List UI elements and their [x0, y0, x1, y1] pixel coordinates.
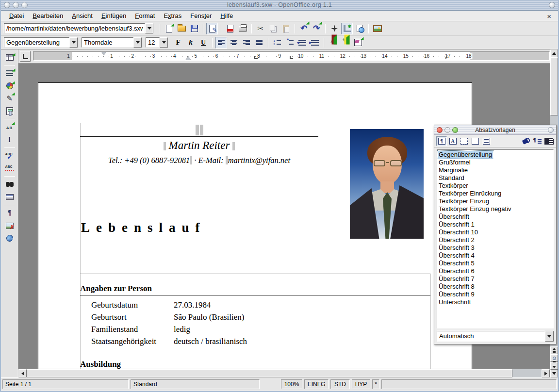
window-shade-button[interactable] — [549, 2, 555, 8]
style-list-item[interactable]: Überschrift 4 — [438, 252, 553, 260]
personal-data-row[interactable]: GeburtsortSão Paulo (Brasilien) — [91, 312, 402, 325]
style-list-item[interactable]: Marginalie — [438, 166, 553, 174]
insert-fields-button[interactable] — [4, 67, 16, 79]
gallery-button[interactable] — [372, 23, 383, 34]
navigator-button[interactable] — [329, 23, 340, 34]
section-heading-ausbildung[interactable]: Ausbildung — [80, 359, 121, 369]
cut-button[interactable] — [255, 23, 266, 34]
horizontal-scroll-thumb[interactable] — [27, 369, 512, 377]
style-filter-value[interactable]: Automatisch — [437, 331, 545, 342]
style-list-item[interactable]: Textkörper Einzug — [438, 197, 553, 205]
url-input[interactable] — [6, 25, 143, 32]
scroll-down-button[interactable] — [550, 370, 558, 377]
status-zoom[interactable]: 100% — [281, 379, 302, 389]
menu-einfgen[interactable]: Einfügen — [97, 11, 131, 20]
nonprinting-characters-button[interactable] — [4, 207, 16, 219]
draw-functions-button[interactable] — [4, 93, 16, 104]
align-center-button[interactable] — [228, 37, 240, 49]
font-color-button[interactable] — [327, 37, 339, 49]
direct-cursor-button[interactable] — [4, 134, 16, 146]
style-list-item[interactable]: Überschrift 10 — [438, 229, 553, 236]
style-list-item[interactable]: Überschrift 2 — [438, 236, 553, 244]
menu-hilfe[interactable]: Hilfe — [216, 11, 237, 20]
edit-file-button[interactable] — [206, 23, 218, 34]
insert-button[interactable] — [4, 51, 16, 63]
spellcheck-button[interactable] — [4, 150, 16, 162]
page[interactable]: Martin Reiter Tel.: +49 (0) 6887-92081· … — [38, 82, 472, 369]
first-line-indent-marker[interactable] — [101, 52, 106, 55]
style-list-item[interactable]: Standard — [438, 174, 553, 182]
status-insert-mode[interactable]: EINFG — [304, 379, 329, 389]
auto-spellcheck-button[interactable] — [4, 163, 16, 174]
new-document-button[interactable] — [163, 23, 175, 34]
menu-extras[interactable]: Extras — [159, 11, 186, 20]
graphics-toggle-button[interactable] — [4, 220, 16, 231]
stylist-panel[interactable]: Absatzvorlagen ¶ A GegenüberstellungGruß… — [434, 125, 557, 344]
tab-type-selector[interactable] — [20, 51, 31, 62]
new-style-from-selection-button[interactable] — [532, 136, 543, 146]
paragraph-style-combo[interactable]: Gegenüberstellung — [4, 37, 78, 48]
undo-button[interactable] — [298, 23, 310, 34]
style-list-item[interactable]: Textkörper — [438, 182, 553, 190]
style-list-item[interactable]: Überschrift 8 — [438, 283, 553, 291]
style-list-item[interactable]: Überschrift 3 — [438, 244, 553, 252]
menu-bearbeiten[interactable]: Bearbeiten — [28, 11, 67, 20]
document-close-icon[interactable]: × — [545, 11, 553, 21]
font-size-combo[interactable]: 12 — [146, 37, 168, 48]
style-list-item[interactable]: Überschrift 6 — [438, 267, 553, 275]
next-page-button[interactable] — [550, 362, 558, 370]
page-styles-button[interactable] — [470, 136, 480, 146]
insert-form-button[interactable] — [4, 105, 16, 117]
fill-format-mode-button[interactable] — [521, 136, 531, 146]
horizontal-ruler[interactable]: 1 123456789101112131415161718 — [33, 51, 550, 61]
menu-format[interactable]: Format — [131, 11, 159, 20]
indent-marker[interactable] — [185, 56, 191, 60]
underline-button[interactable]: U — [197, 37, 209, 49]
portrait-photo[interactable] — [350, 129, 424, 239]
redo-button[interactable] — [311, 23, 322, 34]
status-page-style[interactable]: Standard — [131, 379, 260, 389]
stylist-button[interactable] — [341, 23, 353, 34]
scroll-up-button[interactable] — [550, 49, 558, 57]
section-heading-person[interactable]: Angaben zur Person — [80, 284, 430, 295]
font-name-combo[interactable]: Thorndale — [82, 37, 142, 48]
style-list-item[interactable]: Überschrift 9 — [438, 291, 553, 298]
paragraph-background-button[interactable] — [352, 37, 364, 49]
tab-stop-marker[interactable] — [254, 56, 258, 59]
highlighting-button[interactable] — [340, 37, 351, 49]
font-name-value[interactable]: Thorndale — [82, 37, 133, 48]
style-list-item[interactable]: Unterschrift — [438, 298, 553, 306]
font-dropdown-button[interactable] — [133, 37, 142, 48]
status-hyperlink-mode[interactable]: HYP — [352, 379, 370, 389]
status-selection-mode[interactable]: STD — [330, 379, 350, 389]
export-pdf-button[interactable] — [224, 23, 236, 34]
insert-object-button[interactable] — [4, 80, 16, 92]
style-filter-combo[interactable]: Automatisch — [437, 331, 554, 342]
align-justify-button[interactable] — [253, 37, 265, 49]
numbered-list-button[interactable] — [271, 37, 283, 49]
size-dropdown-button[interactable] — [160, 37, 168, 48]
print-button[interactable] — [237, 23, 248, 34]
navigation-button[interactable] — [550, 354, 558, 362]
horizontal-scrollbar[interactable] — [18, 369, 550, 377]
document-contact-line[interactable]: Tel.: +49 (0) 6887-92081· E-Mail:martini… — [58, 156, 341, 165]
menu-ansicht[interactable]: Ansicht — [67, 11, 97, 20]
document-title[interactable]: Lebenslauf — [81, 220, 206, 235]
increase-indent-button[interactable] — [309, 37, 321, 49]
filter-dropdown-button[interactable] — [545, 331, 554, 342]
document-name-line[interactable]: Martin Reiter — [80, 139, 318, 152]
frame-styles-button[interactable] — [459, 136, 469, 146]
panel-rollup-button[interactable] — [548, 127, 554, 133]
italic-button[interactable]: k — [185, 37, 197, 49]
numbering-styles-button[interactable] — [481, 136, 492, 146]
stylist-titlebar[interactable]: Absatzvorlagen — [434, 125, 556, 135]
menu-fenster[interactable]: Fenster — [186, 11, 216, 20]
menu-datei[interactable]: Datei — [5, 11, 28, 20]
personal-data-row[interactable]: Geburtsdatum27.03.1984 — [91, 300, 402, 312]
style-list-item[interactable]: Überschrift 7 — [438, 275, 553, 283]
find-replace-button[interactable] — [4, 179, 16, 190]
style-list-item[interactable]: Grußformel — [438, 159, 553, 166]
paragraph-styles-button[interactable]: ¶ — [436, 136, 447, 146]
style-list-item[interactable]: Überschrift 5 — [438, 260, 553, 267]
scroll-left-button[interactable] — [18, 369, 27, 377]
